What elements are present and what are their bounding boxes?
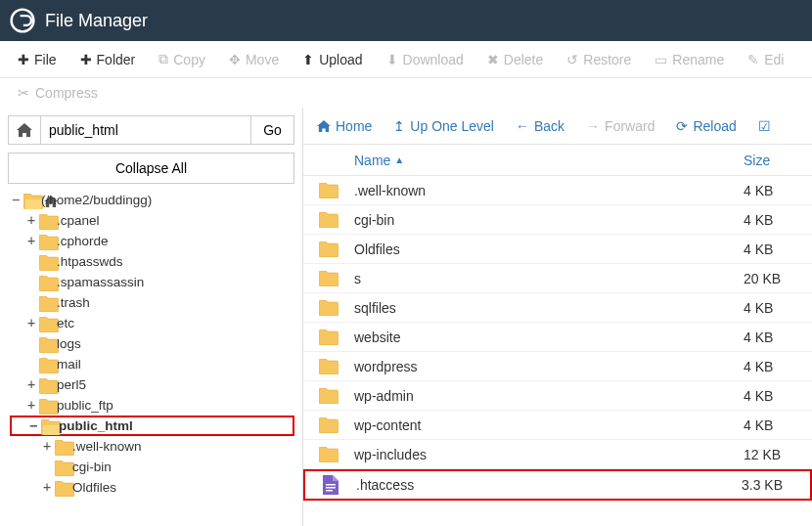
plus-icon: ✚: [80, 52, 92, 67]
path-input[interactable]: [41, 115, 251, 145]
copy-icon: ⧉: [158, 51, 168, 67]
tree-label: .trash: [57, 292, 90, 313]
reload-button[interactable]: ⟳Reload: [676, 118, 736, 134]
file-row[interactable]: .well-known4 KB: [303, 176, 812, 205]
folder-icon: [303, 388, 354, 404]
rename-icon: ▭: [654, 52, 667, 67]
tree-label: mail: [57, 354, 81, 374]
folder-icon: [303, 241, 354, 257]
collapse-all-button[interactable]: Collapse All: [8, 153, 294, 184]
tree-item[interactable]: +etc: [10, 313, 294, 333]
tree-toggle[interactable]: +: [25, 395, 37, 416]
forward-button[interactable]: →Forward: [586, 118, 654, 134]
tree-toggle[interactable]: +: [41, 436, 53, 457]
tree-item[interactable]: +.cphorde: [10, 231, 294, 251]
column-name[interactable]: Name▲: [303, 153, 744, 168]
tree-item[interactable]: logs: [10, 333, 294, 354]
tree-item[interactable]: .trash: [10, 292, 294, 313]
file-row[interactable]: wordpress4 KB: [303, 352, 812, 381]
folder-icon: [39, 399, 55, 412]
restore-button[interactable]: ↺Restore: [557, 46, 641, 73]
tree-toggle[interactable]: +: [25, 231, 37, 251]
tree-item[interactable]: −public_html: [10, 416, 294, 436]
tree-item[interactable]: +Oldfiles: [10, 477, 294, 498]
edit-button[interactable]: ✎Edi: [738, 46, 793, 73]
file-row[interactable]: .htaccess3.3 KB: [303, 469, 812, 501]
back-button[interactable]: ←Back: [516, 118, 564, 134]
delete-button[interactable]: ✖Delete: [477, 46, 553, 73]
file-name: website: [354, 329, 744, 345]
column-size[interactable]: Size: [744, 153, 812, 168]
rename-button[interactable]: ▭Rename: [645, 46, 734, 73]
tree-item[interactable]: −(/home2/buddingg): [10, 190, 294, 210]
file-size: 4 KB: [744, 417, 812, 433]
compress-button[interactable]: ✂Compress: [8, 81, 108, 105]
file-size: 4 KB: [744, 300, 812, 316]
file-name: wp-content: [354, 417, 744, 433]
tree-label: Oldfiles: [72, 477, 116, 498]
folder-open-icon: [41, 419, 57, 432]
file-size: 3.3 KB: [742, 477, 810, 493]
new-file-button[interactable]: ✚File: [8, 46, 67, 73]
move-button[interactable]: ✥Move: [219, 46, 289, 73]
main-toolbar: ✚File ✚Folder ⧉Copy ✥Move ⬆Upload ⬇Downl…: [0, 41, 812, 78]
tree-label: cgi-bin: [72, 457, 112, 477]
home-nav-button[interactable]: Home: [317, 118, 372, 134]
tree-item[interactable]: cgi-bin: [10, 457, 294, 477]
folder-icon: [39, 378, 55, 391]
app-title: File Manager: [45, 11, 148, 31]
tree-item[interactable]: .htpasswds: [10, 251, 294, 272]
tree-toggle[interactable]: +: [25, 210, 37, 231]
home-icon: [17, 123, 32, 137]
file-row[interactable]: Oldfiles4 KB: [303, 235, 812, 264]
folder-icon: [39, 255, 55, 268]
svg-rect-2: [326, 487, 336, 489]
download-icon: ⬇: [386, 52, 398, 67]
new-folder-button[interactable]: ✚Folder: [70, 46, 146, 73]
tree-toggle[interactable]: −: [10, 190, 22, 210]
home-folder-icon: [23, 194, 39, 206]
tree-item[interactable]: +perl5: [10, 374, 294, 395]
tree-toggle[interactable]: −: [27, 416, 39, 436]
main-area: Go Collapse All −(/home2/buddingg)+.cpan…: [0, 108, 812, 526]
tree-toggle[interactable]: +: [41, 477, 53, 498]
home-icon: [317, 120, 331, 132]
file-list-header: Name▲ Size: [303, 145, 812, 176]
cpanel-logo-icon: [10, 8, 35, 33]
file-size: 20 KB: [744, 271, 812, 286]
tree-toggle[interactable]: +: [25, 374, 37, 395]
folder-icon: [303, 212, 354, 228]
up-one-level-button[interactable]: ↥Up One Level: [393, 118, 494, 134]
file-row[interactable]: cgi-bin4 KB: [303, 205, 812, 235]
folder-icon: [303, 359, 354, 374]
copy-button[interactable]: ⧉Copy: [149, 45, 215, 73]
folder-icon: [303, 300, 354, 316]
home-button[interactable]: [8, 115, 41, 145]
tree-toggle[interactable]: +: [25, 313, 37, 333]
file-size: 4 KB: [744, 388, 812, 404]
tree-label: public_html: [59, 416, 133, 436]
folder-icon: [303, 447, 354, 462]
download-button[interactable]: ⬇Download: [377, 46, 474, 73]
tree-label: .spamassassin: [57, 272, 144, 292]
file-size: 4 KB: [744, 359, 812, 374]
go-button[interactable]: Go: [251, 115, 294, 145]
file-row[interactable]: s20 KB: [303, 264, 812, 293]
tree-item[interactable]: mail: [10, 354, 294, 374]
file-row[interactable]: wp-includes12 KB: [303, 440, 812, 469]
folder-icon: [39, 337, 55, 350]
up-arrow-icon: ↥: [393, 118, 405, 134]
select-all-button[interactable]: ☑: [758, 118, 771, 134]
back-arrow-icon: ←: [516, 118, 529, 134]
file-row[interactable]: website4 KB: [303, 323, 812, 352]
tree-item[interactable]: +public_ftp: [10, 395, 294, 416]
file-row[interactable]: wp-admin4 KB: [303, 381, 812, 411]
tree-item[interactable]: .spamassassin: [10, 272, 294, 292]
tree-item[interactable]: +.well-known: [10, 436, 294, 457]
file-row[interactable]: sqlfiles4 KB: [303, 293, 812, 323]
file-list: .well-known4 KBcgi-bin4 KBOldfiles4 KBs2…: [303, 176, 812, 501]
file-name: wp-admin: [354, 388, 744, 404]
tree-item[interactable]: +.cpanel: [10, 210, 294, 231]
upload-button[interactable]: ⬆Upload: [293, 46, 372, 73]
file-row[interactable]: wp-content4 KB: [303, 411, 812, 440]
